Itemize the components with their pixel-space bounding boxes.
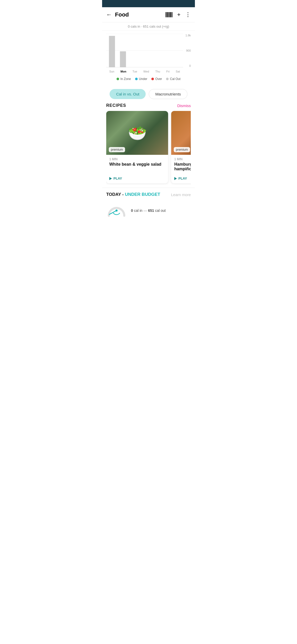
recipe-image-salad: premium	[106, 111, 168, 155]
chart-x-labels: Sun Mon Tue Wed Thu Fri Sat	[106, 68, 183, 75]
chart-y-axis: 1.8k 900 0	[183, 34, 191, 67]
recipe-name-salad: White bean & veggie salad	[109, 162, 165, 173]
chart-x-sat: Sat	[176, 70, 180, 73]
chart-x-tue: Tue	[133, 70, 137, 73]
svg-rect-4	[120, 51, 126, 67]
recipe-play-burger[interactable]: PLAY	[174, 176, 191, 180]
play-label-salad: PLAY	[113, 176, 122, 180]
cal-in-value: 0	[131, 208, 133, 213]
recipe-time-salad: 1 MIN	[109, 157, 165, 161]
gauge-svg	[106, 200, 127, 221]
learn-more-button[interactable]: Learn more	[171, 192, 191, 197]
recipe-play-salad[interactable]: PLAY	[109, 176, 165, 180]
chart-container: 1.8k 900 0 Sun Mon Tue Wed Thu Fri Sat	[106, 34, 191, 75]
recipe-card-salad: premium 1 MIN White bean & veggie salad …	[106, 111, 168, 183]
play-label-burger: PLAY	[178, 176, 187, 180]
cal-out-label: cal out	[155, 208, 166, 213]
chart-y-label-mid: 900	[183, 49, 191, 52]
legend-over: Over	[151, 77, 162, 81]
legend-dot-in-zone	[117, 78, 119, 80]
legend-dot-under	[135, 78, 138, 80]
cal-dash: —	[143, 208, 148, 213]
recipe-info-burger: 1 MIN Hamburguesa champiñones PLAY	[171, 155, 191, 183]
svg-point-6	[116, 210, 118, 212]
back-button[interactable]: ←	[106, 11, 112, 18]
cal-summary: 0 cal in — 651 cal out	[131, 208, 166, 213]
cal-in-label: cal in	[134, 208, 143, 213]
legend-cal-out: Cal Out	[166, 77, 180, 81]
legend-dot-cal-out	[166, 78, 169, 80]
recipes-scroll: premium 1 MIN White bean & veggie salad …	[106, 111, 191, 184]
legend-label-cal-out: Cal Out	[170, 77, 180, 81]
chart-x-fri: Fri	[166, 70, 170, 73]
today-title-group: TODAY - UNDER BUDGET	[106, 192, 160, 197]
barcode-icon[interactable]	[166, 12, 172, 17]
today-header: TODAY - UNDER BUDGET Learn more	[106, 192, 191, 197]
legend-dot-over	[151, 78, 154, 80]
recipes-section: RECIPES Dismiss premium 1 MIN White bean…	[102, 103, 195, 184]
add-button[interactable]: +	[177, 11, 180, 18]
chart-section: 1.8k 900 0 Sun Mon Tue Wed Thu Fri Sat	[102, 31, 195, 86]
chart-svg	[106, 34, 183, 67]
recipe-image-burger: premium	[171, 111, 191, 155]
chart-y-label-bottom: 0	[183, 64, 191, 67]
recipe-badge-burger: premium	[174, 147, 190, 152]
chart-x-sun: Sun	[109, 70, 114, 73]
svg-rect-3	[109, 36, 115, 67]
legend-in-zone: In Zone	[117, 77, 131, 81]
chart-x-mon: Mon	[120, 70, 126, 73]
recipes-dismiss-button[interactable]: Dismiss	[177, 103, 191, 108]
legend-under: Under	[135, 77, 147, 81]
more-button[interactable]: ⋮	[185, 11, 191, 18]
today-stats: 0 cal in — 651 cal out	[106, 200, 191, 225]
recipes-title: RECIPES	[106, 103, 126, 108]
page-title: Food	[115, 11, 166, 18]
header-actions: + ⋮	[166, 11, 191, 18]
header: ← Food + ⋮	[102, 7, 195, 22]
recipe-info-salad: 1 MIN White bean & veggie salad PLAY	[106, 155, 168, 183]
chart-x-wed: Wed	[143, 70, 149, 73]
today-status: UNDER BUDGET	[125, 192, 160, 197]
chart-y-label-top: 1.8k	[183, 34, 191, 37]
chart-x-thu: Thu	[155, 70, 160, 73]
tab-cal-in-vs-out[interactable]: Cal in vs. Out	[110, 89, 146, 99]
tab-macronutrients[interactable]: Macronutrients	[149, 89, 187, 99]
gauge-container	[106, 200, 127, 221]
cal-out-value: 651	[148, 208, 154, 213]
recipe-badge-salad: premium	[109, 147, 125, 152]
status-bar	[102, 0, 195, 7]
legend-label-under: Under	[139, 77, 147, 81]
chart-legend: In Zone Under Over Cal Out	[106, 75, 191, 84]
legend-label-in-zone: In Zone	[120, 77, 131, 81]
legend-label-over: Over	[155, 77, 162, 81]
play-icon-salad	[109, 177, 112, 180]
today-title-prefix: TODAY -	[106, 192, 125, 197]
recipe-name-burger: Hamburguesa champiñones	[174, 162, 191, 173]
tab-buttons: Cal in vs. Out Macronutrients	[102, 86, 195, 103]
play-icon-burger	[174, 177, 177, 180]
recipe-time-burger: 1 MIN	[174, 157, 191, 161]
subtitle-bar: 0 cals in · 651 cals out (+rg)	[102, 22, 195, 31]
today-section: TODAY - UNDER BUDGET Learn more 0 cal in…	[102, 188, 195, 225]
recipe-card-burger: premium 1 MIN Hamburguesa champiñones PL…	[171, 111, 191, 183]
recipes-header: RECIPES Dismiss	[106, 103, 191, 108]
